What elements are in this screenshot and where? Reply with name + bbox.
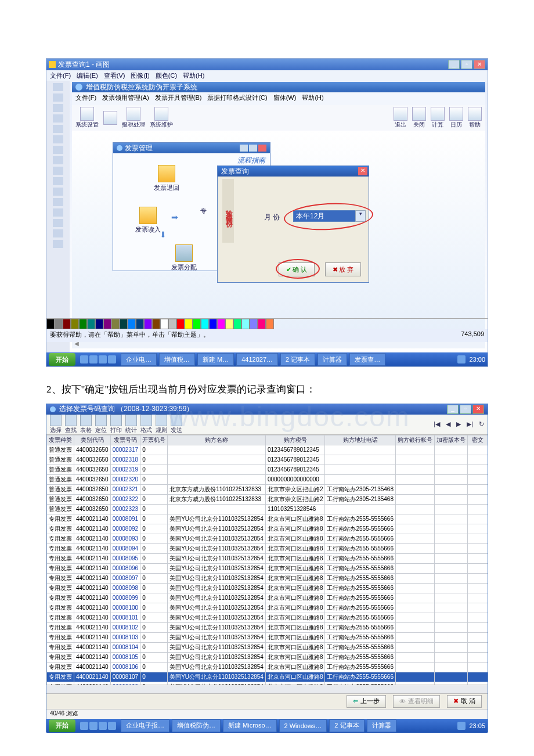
table-row[interactable]: 普通发票44000326500000232000000000000000000: [47, 474, 488, 484]
color-swatch[interactable]: [120, 319, 128, 329]
nav-button[interactable]: |◀: [434, 420, 440, 428]
taskbar-item[interactable]: 2 记事本: [280, 353, 315, 366]
color-palette[interactable]: [46, 318, 488, 329]
toolbar-button[interactable]: 日历: [449, 107, 463, 129]
h-scrollbar[interactable]: [46, 685, 488, 693]
paint-titlebar[interactable]: 发票查询1 - 画图 _ ▫ ✕: [46, 59, 488, 70]
toolbar-button[interactable]: [103, 111, 117, 125]
quicklaunch-icon[interactable]: [108, 355, 116, 363]
taskbar-item[interactable]: 计算器: [317, 353, 347, 366]
color-swatch[interactable]: [46, 319, 55, 329]
menu-item[interactable]: 窗体(W): [273, 93, 297, 104]
color-swatch[interactable]: [168, 319, 176, 329]
toolbar-button[interactable]: 系统维护: [150, 107, 173, 129]
table-row[interactable]: 普通发票44000326500000231800123456789012345: [47, 455, 488, 465]
menu-item[interactable]: 票据打印格式设计(C): [207, 93, 267, 104]
taskbar-item[interactable]: 企业电…: [121, 353, 157, 366]
table-row[interactable]: 专用发票4400021140000081070美国YU公司北京分11010325…: [47, 672, 488, 682]
toolbar-button[interactable]: 打印: [110, 415, 122, 434]
close-button[interactable]: ✕: [472, 405, 484, 414]
quicklaunch-icon[interactable]: [99, 722, 107, 730]
toolbar-button[interactable]: 定位: [95, 415, 107, 434]
flow-distribute[interactable]: 发票分配: [171, 244, 197, 272]
color-swatch[interactable]: [258, 319, 266, 329]
table-row[interactable]: 专用发票4400021140000081000美国YU公司北京分11010325…: [47, 603, 488, 613]
view-detail-button[interactable]: 👁查看明细: [393, 695, 440, 708]
color-swatch[interactable]: [201, 319, 209, 329]
minimize-icon[interactable]: [240, 145, 248, 152]
menu-item[interactable]: 发票领用管理(A): [102, 93, 149, 104]
flow-special[interactable]: 专: [200, 207, 207, 215]
color-swatch[interactable]: [225, 319, 233, 329]
table-row[interactable]: 专用发票4400021140000081010美国YU公司北京分11010325…: [47, 613, 488, 622]
color-swatch[interactable]: [87, 319, 95, 329]
menu-item[interactable]: 图像(I): [131, 71, 149, 82]
dialog-close-button[interactable]: ✕: [358, 167, 367, 175]
quicklaunch-icon[interactable]: [80, 355, 88, 363]
color-swatch[interactable]: [95, 319, 103, 329]
color-swatch[interactable]: [241, 319, 250, 329]
table-row[interactable]: 专用发票4400021140000080980美国YU公司北京分11010325…: [47, 583, 488, 593]
start-button[interactable]: 开始: [49, 353, 75, 366]
table-row[interactable]: 专用发票4400021140000081020美国YU公司北京分11010325…: [47, 622, 488, 632]
quicklaunch-icon[interactable]: [99, 355, 107, 363]
table-row[interactable]: 普通发票44000326500000231700123456789012345: [47, 445, 488, 455]
invoice-grid[interactable]: 发票种类类别代码发票号码开票机号购方名称购方税号购方地址电话购方银行帐号加密版本…: [46, 435, 488, 685]
taskbar-item[interactable]: 增值税防伪…: [172, 719, 221, 732]
color-swatch[interactable]: [111, 319, 120, 329]
table-row[interactable]: 普通发票4400032650000023210北京东方威力股份110102251…: [47, 484, 488, 494]
menu-item[interactable]: 发票开具管理(B): [155, 93, 202, 104]
color-swatch[interactable]: [128, 319, 136, 329]
table-row[interactable]: 专用发票4400021140000080960美国YU公司北京分11010325…: [47, 563, 488, 573]
color-swatch[interactable]: [217, 319, 225, 329]
table-row[interactable]: 专用发票4400021140000080970美国YU公司北京分11010325…: [47, 573, 488, 583]
table-row[interactable]: 普通发票4400032650000023220北京东方威力股份110102251…: [47, 494, 488, 504]
toolbar-button[interactable]: 帮助: [468, 107, 482, 129]
toolbar-button[interactable]: 系统设置: [75, 107, 99, 129]
color-swatch[interactable]: [136, 319, 144, 329]
table-row[interactable]: 专用发票4400021140000080910美国YU公司北京分11010325…: [47, 514, 488, 524]
taskbar-item[interactable]: 企业电子报…: [121, 719, 169, 732]
toolbar-button[interactable]: 关闭: [412, 107, 426, 129]
nav-button[interactable]: ▶|: [467, 420, 473, 428]
toolbar-button[interactable]: 统计: [125, 415, 137, 434]
toolbar-button[interactable]: 发送: [171, 415, 182, 434]
color-swatch[interactable]: [209, 319, 217, 329]
menu-item[interactable]: 帮助(H): [183, 71, 204, 82]
cancel-button[interactable]: ✖取 消: [447, 695, 482, 708]
start-button[interactable]: 开始: [49, 719, 75, 732]
maximize-icon[interactable]: [249, 145, 257, 152]
nav-button[interactable]: ◀: [446, 420, 450, 428]
toolbar-button[interactable]: 规则: [156, 415, 167, 434]
toolbar-button[interactable]: 选择: [50, 415, 62, 434]
prev-step-button[interactable]: ⇐上一步: [347, 695, 386, 708]
table-row[interactable]: 普通发票4400032650000023230110103251328546: [47, 504, 488, 514]
system-tray[interactable]: 23:00: [454, 355, 485, 363]
table-row[interactable]: 专用发票4400021140000080950美国YU公司北京分11010325…: [47, 553, 488, 563]
color-swatch[interactable]: [160, 319, 168, 329]
minimize-button[interactable]: _: [447, 405, 459, 414]
color-swatch[interactable]: [266, 319, 274, 329]
toolbar-button[interactable]: 查找: [65, 415, 77, 434]
color-swatch[interactable]: [79, 319, 87, 329]
color-swatch[interactable]: [152, 319, 160, 329]
toolbar-button[interactable]: 计算: [431, 107, 445, 129]
menu-item[interactable]: 帮助(H): [302, 93, 323, 104]
taskbar-item[interactable]: 2 记事本: [329, 719, 364, 732]
table-row[interactable]: 专用发票4400021140000081030美国YU公司北京分11010325…: [47, 632, 488, 642]
quicklaunch-icon[interactable]: [89, 355, 98, 363]
color-swatch[interactable]: [250, 319, 258, 329]
quicklaunch-icon[interactable]: [108, 722, 116, 730]
quicklaunch-icon[interactable]: [89, 722, 98, 730]
taskbar-item[interactable]: 发票查…: [349, 353, 385, 366]
color-swatch[interactable]: [63, 319, 71, 329]
close-button[interactable]: ✕: [474, 60, 485, 69]
color-swatch[interactable]: [55, 319, 63, 329]
taskbar-item[interactable]: 新建 Microso…: [223, 719, 277, 732]
color-swatch[interactable]: [71, 319, 79, 329]
system-tray[interactable]: 23:05: [454, 722, 485, 730]
table-row[interactable]: 专用发票4400021140000080940美国YU公司北京分11010325…: [47, 543, 488, 553]
nav-button[interactable]: ↻: [479, 420, 484, 428]
flow-return[interactable]: 发票退回: [154, 165, 179, 192]
menu-item[interactable]: 颜色(C): [156, 71, 177, 82]
